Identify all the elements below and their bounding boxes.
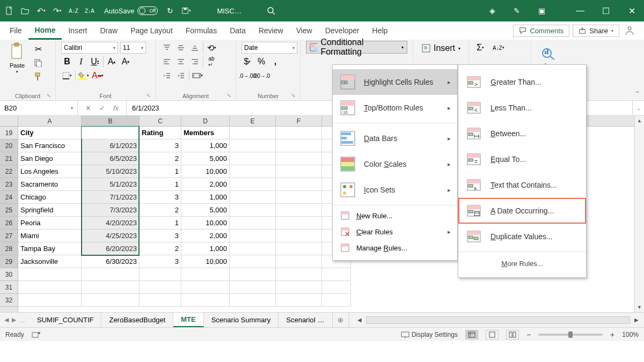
wrap-text-icon[interactable]: ab↵	[206, 56, 217, 68]
cell-C25[interactable]: 2	[140, 204, 181, 217]
cell-C21[interactable]: 2	[140, 152, 181, 165]
decrease-font-icon[interactable]: A▾	[120, 56, 131, 68]
decrease-decimal-icon[interactable]: .00→.0	[255, 70, 267, 82]
display-settings-button[interactable]: Display Settings	[401, 331, 458, 338]
zoom-out-button[interactable]: −	[526, 330, 531, 339]
alignment-launcher-icon[interactable]: ⤡	[227, 93, 233, 99]
ribbon-display-icon[interactable]: ▣	[537, 6, 546, 16]
cf-data-bars[interactable]: Data Bars ▸	[333, 125, 457, 151]
cell-C29[interactable]: 3	[140, 255, 181, 268]
row-header-25[interactable]: 25	[0, 204, 18, 217]
diamond-icon[interactable]: ◈	[487, 6, 497, 16]
normal-view-button[interactable]	[465, 330, 478, 339]
merge-center-icon[interactable]: ▾	[192, 70, 203, 82]
cell-C28[interactable]: 2	[140, 242, 181, 255]
cell-B22[interactable]: 5/10/2023	[82, 165, 140, 178]
font-size-dropdown[interactable]: 11▾	[120, 42, 146, 54]
minimize-button[interactable]: —	[572, 6, 588, 16]
row-header-28[interactable]: 28	[0, 242, 18, 255]
sheet-tab-scenario-summary[interactable]: Scenario Summary	[204, 313, 279, 327]
account-icon[interactable]	[623, 24, 636, 38]
cell-D25[interactable]: 5,000	[181, 204, 230, 217]
cell-D32[interactable]	[181, 294, 230, 307]
cell-E24[interactable]	[230, 191, 276, 204]
sheet-nav-more-icon[interactable]: …	[19, 317, 25, 323]
sheet-nav-next-icon[interactable]: ▶	[12, 316, 16, 323]
tab-review[interactable]: Review	[252, 21, 290, 40]
cell-E25[interactable]	[230, 204, 276, 217]
cell-M31[interactable]	[322, 281, 351, 294]
cut-icon[interactable]: ✂	[32, 43, 44, 55]
increase-decimal-icon[interactable]: .0→.00	[241, 70, 253, 82]
tab-view[interactable]: View	[290, 21, 319, 40]
cf-top-bottom-rules[interactable]: ↑10 Top/Bottom Rules ▸	[333, 95, 457, 121]
borders-icon[interactable]: ▾	[61, 70, 73, 82]
cell-B32[interactable]	[82, 294, 140, 307]
cf-date-occurring[interactable]: A Date Occurring...	[458, 198, 586, 224]
cell-C22[interactable]: 1	[140, 165, 181, 178]
cell-E19[interactable]	[230, 127, 276, 139]
cell-A30[interactable]	[18, 268, 82, 281]
sort-desc-icon[interactable]: Z↓A	[85, 6, 94, 16]
col-header-F[interactable]: F	[276, 116, 322, 126]
cell-F24[interactable]	[276, 191, 322, 204]
cf-between[interactable]: Between...	[458, 121, 586, 146]
increase-font-icon[interactable]: A▴	[106, 56, 118, 68]
scroll-down-icon[interactable]: ▼	[635, 302, 644, 312]
row-header-32[interactable]: 32	[0, 294, 18, 307]
number-launcher-icon[interactable]: ⤡	[291, 93, 298, 99]
tab-home[interactable]: Home	[28, 21, 62, 40]
sheet-nav-prev-icon[interactable]: ◀	[4, 316, 9, 323]
scroll-left-icon[interactable]: ◀	[355, 317, 364, 323]
save-icon[interactable]: ▾	[181, 6, 191, 16]
paste-button[interactable]: Paste ▾	[5, 42, 29, 74]
scroll-right-icon[interactable]: ▶	[632, 317, 641, 323]
autosave-toggle[interactable]: AutoSave Off	[104, 6, 158, 15]
cell-B29[interactable]: 6/30/2023	[82, 255, 140, 268]
cell-A32[interactable]	[18, 294, 82, 307]
cell-B23[interactable]: 5/1/2023	[82, 178, 140, 191]
cell-C20[interactable]: 3	[140, 139, 181, 152]
cell-B25[interactable]: 7/3/2023	[82, 204, 140, 217]
tab-data[interactable]: Data	[223, 21, 252, 40]
percent-format-icon[interactable]: %	[255, 56, 267, 68]
cell-F30[interactable]	[276, 268, 322, 281]
sheet-tab-scenarioi-[interactable]: ScenarioI …	[279, 313, 333, 327]
cell-E27[interactable]	[230, 230, 276, 242]
font-color-icon[interactable]: A▾	[92, 70, 104, 82]
sheet-tab-sumif-countif[interactable]: SUMIF_COUNTIF	[30, 313, 101, 327]
cell-F32[interactable]	[276, 294, 322, 307]
cell-A19[interactable]: City	[18, 127, 82, 139]
accounting-format-icon[interactable]: $▾	[241, 56, 253, 68]
tab-draw[interactable]: Draw	[93, 21, 124, 40]
cell-F27[interactable]	[276, 230, 322, 242]
orientation-icon[interactable]: ⟲▾	[206, 42, 217, 54]
row-header-24[interactable]: 24	[0, 191, 18, 204]
cell-C32[interactable]	[140, 294, 181, 307]
cell-C19[interactable]: Rating	[140, 127, 181, 139]
cell-F20[interactable]	[276, 139, 322, 152]
macro-record-icon[interactable]	[32, 331, 40, 338]
cell-C24[interactable]: 3	[140, 191, 181, 204]
cf-greater-than[interactable]: > Greater Than...	[458, 69, 586, 95]
enter-formula-icon[interactable]: ✓	[96, 104, 108, 112]
col-header-C[interactable]: C	[140, 116, 181, 126]
select-all-corner[interactable]	[0, 116, 18, 127]
row-header-20[interactable]: 20	[0, 139, 18, 152]
cell-D20[interactable]: 1,000	[181, 139, 230, 152]
search-button[interactable]	[262, 4, 280, 18]
cell-B30[interactable]	[82, 268, 140, 281]
page-break-view-button[interactable]	[506, 330, 519, 339]
cell-E23[interactable]	[230, 178, 276, 191]
scroll-up-icon[interactable]: ▲	[635, 116, 644, 125]
cell-E21[interactable]	[230, 152, 276, 165]
row-header-21[interactable]: 21	[0, 152, 18, 165]
brush-icon[interactable]: ✎	[512, 6, 522, 16]
cell-F25[interactable]	[276, 204, 322, 217]
col-header-D[interactable]: D	[181, 116, 230, 126]
horizontal-scrollbar[interactable]: ◀ ▶	[352, 313, 644, 327]
collapse-ribbon-icon[interactable]: ⌃	[635, 90, 640, 97]
tab-insert[interactable]: Insert	[62, 21, 93, 40]
cell-D26[interactable]: 10,000	[181, 217, 230, 230]
align-center-icon[interactable]	[175, 56, 187, 68]
